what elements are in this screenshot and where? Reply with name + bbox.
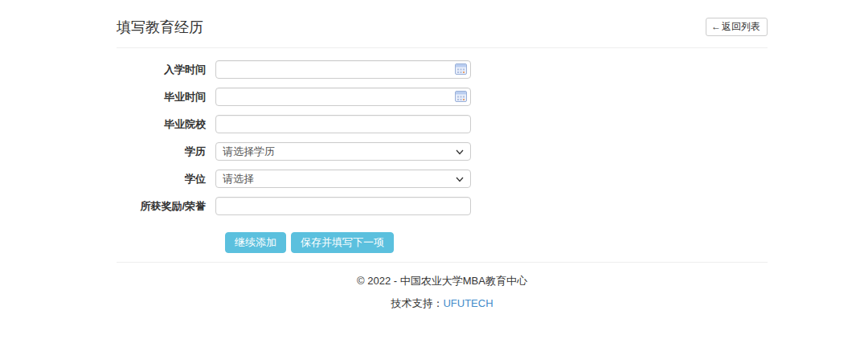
form-row-graduation-school: 毕业院校 xyxy=(117,115,768,133)
enrollment-time-control xyxy=(215,60,471,79)
back-button-label: 返回列表 xyxy=(722,21,760,32)
support-line: 技术支持：UFUTECH xyxy=(117,296,768,311)
form-row-enrollment-time: 入学时间 xyxy=(117,60,768,79)
page-title: 填写教育经历 xyxy=(117,19,203,35)
chevron-down-icon xyxy=(456,148,464,156)
form-row-education-level: 学历 请选择学历 xyxy=(117,142,768,161)
graduation-school-input[interactable] xyxy=(215,115,471,133)
education-level-selected-value: 请选择学历 xyxy=(223,145,275,159)
degree-label: 学位 xyxy=(117,172,215,186)
degree-selected-value: 请选择 xyxy=(223,172,254,186)
education-level-label: 学历 xyxy=(117,145,215,159)
page-footer: © 2022 - 中国农业大学MBA教育中心 技术支持：UFUTECH xyxy=(117,274,768,311)
content-container: 填写教育经历 ← 返回列表 入学时间 xyxy=(117,0,768,311)
education-level-select[interactable]: 请选择学历 xyxy=(215,142,471,161)
graduation-time-control xyxy=(215,88,471,106)
graduation-school-label: 毕业院校 xyxy=(117,117,215,132)
form-row-graduation-time: 毕业时间 xyxy=(117,88,768,106)
enrollment-time-label: 入学时间 xyxy=(117,63,215,77)
calendar-icon[interactable] xyxy=(455,63,467,75)
education-form-page: 填写教育经历 ← 返回列表 入学时间 xyxy=(0,0,868,343)
graduation-time-label: 毕业时间 xyxy=(117,90,215,104)
copyright-text: © 2022 - 中国农业大学MBA教育中心 xyxy=(117,274,768,288)
form-actions: 继续添加 保存并填写下一项 xyxy=(225,232,768,253)
awards-label: 所获奖励/荣誉 xyxy=(117,199,215,214)
continue-add-button[interactable]: 继续添加 xyxy=(225,232,286,253)
awards-control xyxy=(215,197,471,215)
graduation-school-control xyxy=(215,115,471,133)
back-to-list-button[interactable]: ← 返回列表 xyxy=(706,18,768,36)
degree-control: 请选择 xyxy=(215,169,471,188)
page-header: 填写教育经历 ← 返回列表 xyxy=(117,0,768,48)
form-row-awards: 所获奖励/荣誉 xyxy=(117,197,768,215)
support-label: 技术支持： xyxy=(391,297,443,309)
awards-input[interactable] xyxy=(215,197,471,215)
chevron-down-icon xyxy=(456,175,464,183)
enrollment-time-input[interactable] xyxy=(215,60,471,79)
footer-divider xyxy=(117,262,768,263)
support-link[interactable]: UFUTECH xyxy=(443,297,493,309)
save-and-next-button[interactable]: 保存并填写下一项 xyxy=(291,232,394,253)
education-level-control: 请选择学历 xyxy=(215,142,471,161)
graduation-time-input[interactable] xyxy=(215,88,471,106)
left-arrow-icon: ← xyxy=(711,21,721,32)
form-row-degree: 学位 请选择 xyxy=(117,169,768,188)
education-form: 入学时间 毕业时间 xyxy=(117,48,768,253)
degree-select[interactable]: 请选择 xyxy=(215,169,471,188)
calendar-icon[interactable] xyxy=(455,91,467,102)
